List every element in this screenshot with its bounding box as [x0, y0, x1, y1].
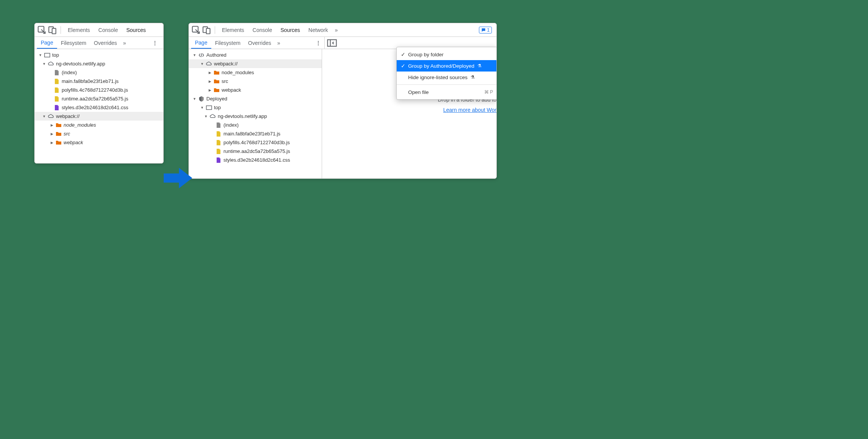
tree-deployed[interactable]: Deployed [189, 94, 322, 103]
tree-top[interactable]: top [35, 51, 163, 59]
issues-badge[interactable]: 1 [479, 27, 492, 33]
js-file-icon [54, 78, 60, 84]
svg-rect-9 [206, 106, 212, 110]
menu-separator [397, 84, 497, 85]
inspect-icon[interactable] [191, 25, 201, 35]
folder-icon [214, 78, 220, 84]
kebab-menu-icon[interactable]: ⋮ [149, 40, 161, 46]
svg-rect-2 [52, 28, 56, 33]
tree-folder[interactable]: src [189, 77, 322, 86]
file-tree: top ng-devtools.netlify.app (index) main… [35, 49, 163, 148]
device-toggle-icon[interactable] [48, 25, 57, 35]
subtab-page[interactable]: Page [37, 37, 57, 49]
tree-folder[interactable]: webpack [189, 86, 322, 94]
cloud-icon [210, 113, 216, 119]
tab-sources[interactable]: Sources [277, 23, 304, 37]
menu-open-file[interactable]: Open file ⌘ P [397, 86, 497, 98]
devtools-panel-after: Elements Console Sources Network » 1 Pag… [188, 23, 497, 179]
tree-file-js[interactable]: polyfills.4c768d7122740d3b.js [35, 86, 163, 94]
subtab-filesystem[interactable]: Filesystem [57, 37, 90, 49]
frame-icon [44, 52, 50, 58]
subtab-page[interactable]: Page [191, 37, 211, 49]
devtools-panel-before: Elements Console Sources Page Filesystem… [34, 23, 164, 164]
tree-top[interactable]: top [189, 103, 322, 112]
tab-elements[interactable]: Elements [218, 23, 248, 37]
svg-rect-3 [45, 53, 50, 57]
tree-webpack[interactable]: webpack:// [35, 112, 163, 121]
inspect-icon[interactable] [37, 25, 47, 35]
tree-file-js[interactable]: main.fa8bfa0e23f1eb71.js [189, 129, 322, 138]
tree-folder[interactable]: src [35, 129, 163, 138]
js-file-icon [54, 87, 60, 93]
more-tabs-icon[interactable]: » [275, 40, 282, 46]
file-icon [215, 122, 222, 128]
tree-file-js[interactable]: runtime.aa2dc5a72b65a575.js [189, 147, 322, 156]
tab-network[interactable]: Network [305, 23, 332, 37]
subtab-overrides[interactable]: Overrides [244, 37, 275, 49]
css-file-icon [215, 157, 222, 163]
arrow-annotation [164, 167, 192, 191]
folder-icon [56, 140, 62, 146]
tree-file-js[interactable]: main.fa8bfa0e23f1eb71.js [35, 77, 163, 86]
separator [61, 26, 61, 34]
code-icon [198, 52, 204, 58]
tree-webpack[interactable]: webpack:// [189, 59, 322, 68]
main-tab-bar: Elements Console Sources [35, 23, 163, 37]
deployed-icon [198, 96, 204, 102]
learn-more-link[interactable]: Learn more about Wor [443, 107, 496, 113]
folder-icon [56, 122, 62, 128]
flask-icon: ⚗ [471, 75, 475, 80]
shortcut-hint: ⌘ P [484, 89, 493, 95]
css-file-icon [54, 105, 60, 111]
file-tree-grouped: Authored webpack:// node_modules src web… [189, 49, 322, 166]
folder-icon [214, 70, 220, 76]
subtab-overrides[interactable]: Overrides [90, 37, 121, 49]
cloud-icon [48, 113, 54, 119]
separator [215, 26, 215, 34]
tab-sources[interactable]: Sources [123, 23, 150, 37]
tree-folder[interactable]: webpack [35, 138, 163, 147]
flask-icon: ⚗ [477, 63, 482, 68]
tree-file-css[interactable]: styles.d3e2b24618d2c641.css [35, 103, 163, 112]
menu-group-by-authored[interactable]: ✓ Group by Authored/Deployed ⚗ [397, 60, 497, 72]
tree-domain[interactable]: ng-devtools.netlify.app [35, 59, 163, 68]
tree-file-js[interactable]: runtime.aa2dc5a72b65a575.js [35, 94, 163, 103]
js-file-icon [215, 131, 222, 137]
js-file-icon [54, 96, 60, 102]
file-icon [54, 70, 60, 76]
tree-folder[interactable]: node_modules [189, 68, 322, 77]
toggle-navigator-icon[interactable] [327, 38, 337, 48]
sources-subtab-bar: Page Filesystem Overrides » ⋮ [35, 37, 163, 49]
message-icon [481, 28, 486, 32]
tab-console[interactable]: Console [94, 23, 121, 37]
main-tab-bar: Elements Console Sources Network » 1 [189, 23, 496, 37]
tree-domain[interactable]: ng-devtools.netlify.app [189, 112, 322, 121]
menu-group-by-folder[interactable]: ✓ Group by folder [397, 49, 497, 60]
tree-authored[interactable]: Authored [189, 51, 322, 59]
tree-file-js[interactable]: polyfills.4c768d7122740d3b.js [189, 138, 322, 147]
js-file-icon [215, 140, 222, 146]
tree-folder[interactable]: node_modules [35, 121, 163, 129]
subtab-filesystem[interactable]: Filesystem [211, 37, 244, 49]
tree-file-index[interactable]: (index) [189, 121, 322, 129]
cloud-icon [206, 61, 212, 67]
context-menu: ✓ Group by folder ✓ Group by Authored/De… [396, 47, 497, 100]
folder-icon [56, 131, 62, 137]
checkmark-icon: ✓ [400, 51, 406, 57]
tree-file-css[interactable]: styles.d3e2b24618d2c641.css [189, 156, 322, 164]
cloud-icon [48, 61, 54, 67]
menu-hide-ignore-listed[interactable]: Hide ignore-listed sources ⚗ [397, 72, 497, 83]
device-toggle-icon[interactable] [202, 25, 212, 35]
svg-rect-6 [206, 28, 210, 33]
tab-console[interactable]: Console [249, 23, 276, 37]
kebab-menu-icon[interactable]: ⋮ [313, 40, 324, 46]
tree-file-index[interactable]: (index) [35, 68, 163, 77]
checkmark-icon: ✓ [400, 63, 406, 69]
js-file-icon [215, 148, 222, 154]
frame-icon [206, 105, 212, 111]
tab-elements[interactable]: Elements [64, 23, 94, 37]
more-tabs-icon[interactable]: » [121, 40, 128, 46]
folder-icon [214, 87, 220, 93]
more-tabs-icon[interactable]: » [332, 27, 340, 33]
